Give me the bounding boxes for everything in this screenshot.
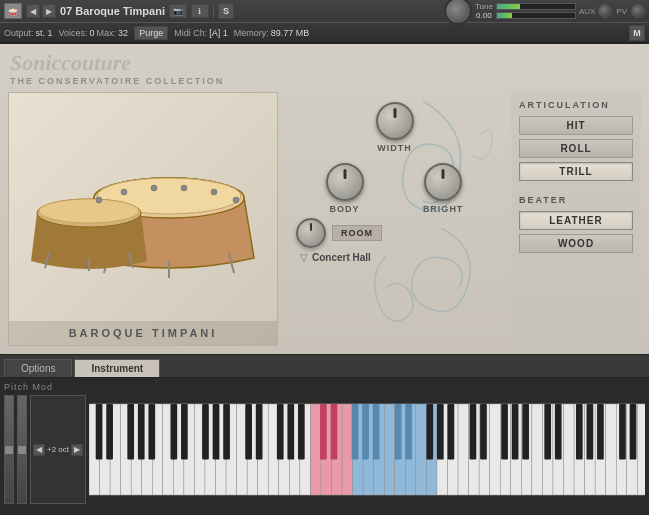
svg-rect-83 <box>256 404 263 460</box>
pitch-slider-2[interactable] <box>17 395 27 504</box>
svg-rect-92 <box>395 404 402 460</box>
max-value: 32 <box>118 28 128 38</box>
svg-rect-86 <box>298 404 305 460</box>
svg-rect-90 <box>362 404 369 460</box>
tabs-bar: Options Instrument <box>0 354 649 378</box>
svg-rect-93 <box>405 404 412 460</box>
voices-value: 0 <box>90 28 95 38</box>
svg-rect-102 <box>544 404 551 460</box>
svg-point-14 <box>151 185 157 191</box>
articulation-header: ARTICULATION <box>519 100 633 110</box>
body-knob[interactable] <box>326 163 364 201</box>
header-panel: 🥁 ◀ ▶ 07 Baroque Timpani 📷 ℹ S Tune 0.00 <box>0 0 649 44</box>
oct-up-button[interactable]: ▶ <box>71 444 83 456</box>
bright-knob[interactable] <box>424 163 462 201</box>
svg-rect-94 <box>426 404 433 460</box>
main-panel: Soniccouture THE CONSERVATOIRE COLLECTIO… <box>0 44 649 354</box>
memory-item: Memory: 89.77 MB <box>234 28 310 38</box>
svg-rect-68 <box>606 404 617 495</box>
pv-knob[interactable] <box>631 4 645 18</box>
options-tab[interactable]: Options <box>4 359 72 377</box>
prev-button[interactable]: ◀ <box>26 4 40 18</box>
svg-rect-40 <box>310 404 321 495</box>
trill-button[interactable]: TRILL <box>519 162 633 181</box>
roll-button[interactable]: ROLL <box>519 139 633 158</box>
aux-knob[interactable] <box>598 4 612 18</box>
max-label: Max: <box>97 28 117 38</box>
beater-buttons: LEATHER WOOD <box>519 211 633 253</box>
svg-rect-50 <box>416 404 427 495</box>
content-area: BAROQUE TIMPANI WIDTH <box>0 88 649 354</box>
svg-rect-82 <box>245 404 252 460</box>
svg-rect-85 <box>287 404 294 460</box>
svg-rect-73 <box>106 404 113 460</box>
level-bars <box>496 3 576 19</box>
svg-rect-99 <box>501 404 508 460</box>
leather-button[interactable]: LEATHER <box>519 211 633 230</box>
tune-knob[interactable] <box>444 0 472 25</box>
output-value[interactable]: st. 1 <box>36 28 53 38</box>
svg-rect-54 <box>458 404 469 495</box>
midi-label: Midi Ch: <box>174 28 207 38</box>
voices-item: Voices: 0 Max: 32 <box>59 28 129 38</box>
purge-button[interactable]: Purge <box>134 26 168 40</box>
instrument-display: BAROQUE TIMPANI <box>8 92 278 346</box>
svg-point-13 <box>121 189 127 195</box>
instrument-tab[interactable]: Instrument <box>74 359 160 377</box>
oct-down-button[interactable]: ◀ <box>33 444 45 456</box>
midi-value[interactable]: [A] 1 <box>209 28 228 38</box>
camera-icon[interactable]: 📷 <box>169 4 187 18</box>
svg-rect-100 <box>512 404 519 460</box>
keyboard-svg[interactable] <box>89 395 645 504</box>
header-row1: 🥁 ◀ ▶ 07 Baroque Timpani 📷 ℹ S Tune 0.00 <box>0 0 649 22</box>
dropdown-icon: ▽ <box>300 252 308 263</box>
svg-rect-89 <box>352 404 359 460</box>
collection-name: THE CONSERVATOIRE COLLECTION <box>10 76 639 86</box>
instrument-icon: 🥁 <box>4 3 22 19</box>
svg-rect-108 <box>630 404 637 460</box>
octave-control: ◀ +2 oct ▶ <box>30 395 86 504</box>
svg-rect-105 <box>587 404 594 460</box>
svg-rect-88 <box>331 404 338 460</box>
wood-button[interactable]: WOOD <box>519 234 633 253</box>
svg-rect-95 <box>437 404 444 460</box>
output-item: Output: st. 1 <box>4 28 53 38</box>
svg-point-18 <box>421 204 428 211</box>
memory-label: Memory: <box>234 28 269 38</box>
pitch-slider-1[interactable] <box>4 395 14 504</box>
svg-rect-80 <box>213 404 220 460</box>
separator1 <box>213 4 214 18</box>
aux-label: AUX <box>579 7 595 16</box>
width-knob[interactable] <box>376 102 414 140</box>
pitch-slider-1-handle <box>5 446 13 454</box>
tune-value: 0.00 <box>476 11 492 20</box>
level-fill-top <box>497 4 520 9</box>
svg-rect-78 <box>181 404 188 460</box>
svg-rect-96 <box>448 404 455 460</box>
brand-name: Soniccouture <box>10 50 639 76</box>
next-button[interactable]: ▶ <box>42 4 56 18</box>
piano-container: ◀ +2 oct ▶ <box>4 395 645 504</box>
keyboard-wrapper <box>89 395 645 504</box>
instrument-label: BAROQUE TIMPANI <box>9 321 277 345</box>
svg-rect-84 <box>277 404 284 460</box>
output-label: Output: <box>4 28 34 38</box>
tune-label: Tune <box>475 2 493 11</box>
hit-button[interactable]: HIT <box>519 116 633 135</box>
svg-rect-47 <box>384 404 395 495</box>
articulation-buttons: HIT ROLL TRILL <box>519 116 633 181</box>
svg-rect-97 <box>470 404 477 460</box>
tuning-area: Tune 0.00 AUX <box>444 0 612 25</box>
m-button[interactable]: M <box>629 25 645 41</box>
pitch-slider-2-handle <box>18 446 26 454</box>
svg-rect-57 <box>490 404 501 495</box>
s-button[interactable]: S <box>218 3 234 19</box>
room-knob[interactable] <box>296 218 326 248</box>
svg-rect-72 <box>96 404 103 460</box>
svg-point-12 <box>96 197 102 203</box>
svg-point-17 <box>233 197 239 203</box>
svg-rect-91 <box>373 404 380 460</box>
svg-rect-75 <box>138 404 145 460</box>
info-icon[interactable]: ℹ <box>191 4 209 18</box>
svg-rect-43 <box>342 404 353 495</box>
